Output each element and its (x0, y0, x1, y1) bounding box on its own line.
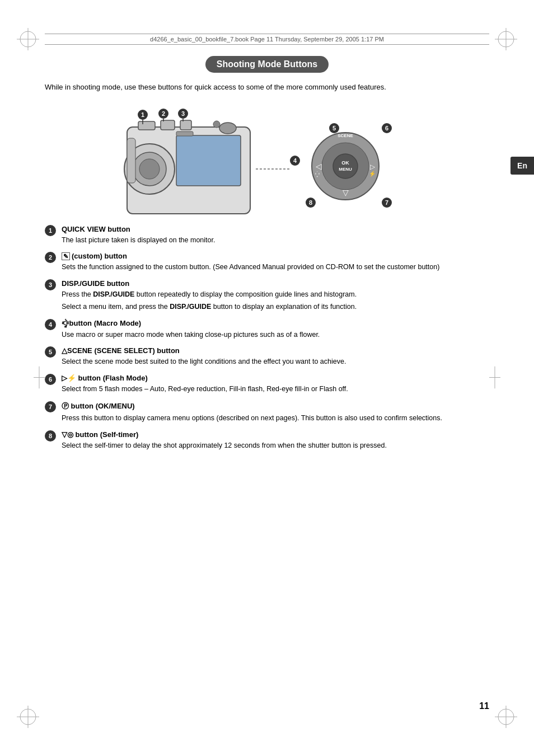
svg-point-25 (219, 123, 236, 134)
en-badge: En (510, 157, 534, 175)
svg-text:OK: OK (341, 160, 349, 166)
button-title-5: △SCENE (SCENE SELECT) button (62, 346, 489, 355)
corner-mark-bl (17, 706, 39, 728)
button-number-5: 5 (45, 346, 56, 358)
svg-text:5: 5 (332, 125, 336, 132)
svg-point-22 (139, 159, 160, 179)
corner-mark-tr (495, 28, 517, 50)
svg-rect-26 (127, 138, 135, 183)
button-desc-3a: Press the DISP./GUIDE button repeatedly … (62, 289, 489, 300)
svg-text:6: 6 (385, 125, 388, 132)
button-content-8: ▽◎ button (Self-timer) Select the self-t… (62, 430, 489, 451)
button-title-1: QUICK VIEW button (62, 225, 489, 233)
button-desc-6: Select from 5 flash modes – Auto, Red-ey… (62, 384, 489, 395)
button-item-6: 6 ▷⚡ button (Flash Mode) Select from 5 f… (45, 374, 489, 395)
svg-text:MENU: MENU (339, 167, 352, 172)
svg-rect-24 (176, 132, 193, 136)
button-title-8: ▽◎ button (Self-timer) (62, 430, 489, 439)
svg-text:4: 4 (293, 157, 297, 164)
svg-rect-17 (138, 121, 155, 130)
button-desc-3b: Select a menu item, and press the DISP./… (62, 302, 489, 312)
button-item-5: 5 △SCENE (SCENE SELECT) button Select th… (45, 346, 489, 367)
svg-text:2: 2 (162, 110, 165, 117)
button-number-6: 6 (45, 374, 56, 385)
button-content-3: DISP./GUIDE button Press the DISP./GUIDE… (62, 279, 489, 312)
svg-text:3: 3 (181, 110, 185, 117)
svg-point-27 (213, 121, 220, 128)
button-item-4: 4 ◁꙲ button (Macro Mode) Use macro or su… (45, 319, 489, 340)
file-info: d4266_e_basic_00_bookfile_7.book Page 11… (45, 34, 489, 45)
button-number-3: 3 (45, 279, 56, 290)
button-content-4: ◁꙲ button (Macro Mode) Use macro or supe… (62, 319, 489, 340)
svg-text:▷: ▷ (370, 163, 376, 171)
page-container: En d4266_e_basic_00_bookfile_7.book Page… (0, 0, 534, 756)
button-desc-1: The last picture taken is displayed on t… (62, 235, 489, 246)
button-content-1: QUICK VIEW button The last picture taken… (62, 225, 489, 246)
button-content-2: ✎(custom) button Sets the function assig… (62, 252, 489, 273)
svg-text:◁: ◁ (316, 162, 322, 171)
svg-text:8: 8 (309, 199, 312, 206)
button-item-8: 8 ▽◎ button (Self-timer) Select the self… (45, 430, 489, 451)
svg-rect-23 (176, 135, 241, 186)
svg-text:7: 7 (385, 199, 388, 206)
side-mark-left (34, 366, 45, 390)
camera-diagram: 1 2 3 OK MENU SCENE ◁ (45, 102, 489, 225)
button-number-2: 2 (45, 252, 56, 263)
button-number-7: 7 (45, 401, 56, 412)
button-item-2: 2 ✎(custom) button Sets the function ass… (45, 252, 489, 273)
svg-text:1: 1 (141, 111, 144, 118)
button-number-8: 8 (45, 430, 56, 442)
button-title-6: ▷⚡ button (Flash Mode) (62, 374, 489, 382)
button-desc-4: Use macro or super macro mode when takin… (62, 330, 489, 340)
button-title-4: ◁꙲ button (Macro Mode) (62, 319, 489, 328)
corner-mark-tl (17, 28, 39, 50)
side-mark-right (489, 366, 500, 390)
corner-mark-br (495, 706, 517, 728)
button-number-4: 4 (45, 319, 56, 330)
svg-text:▽: ▽ (343, 188, 349, 197)
button-title-7: Ⓟ button (OK/MENU) (62, 401, 489, 411)
button-desc-5: Select the scene mode best suited to the… (62, 356, 489, 367)
button-title-3: DISP./GUIDE button (62, 279, 489, 288)
button-list: 1 QUICK VIEW button The last picture tak… (45, 225, 489, 451)
button-item-7: 7 Ⓟ button (OK/MENU) Press this button t… (45, 401, 489, 424)
button-content-5: △SCENE (SCENE SELECT) button Select the … (62, 346, 489, 367)
custom-icon: ✎ (62, 252, 70, 260)
diagram-svg: 1 2 3 OK MENU SCENE ◁ (93, 105, 441, 222)
button-desc-2: Sets the function assigned to the custom… (62, 262, 489, 273)
button-content-6: ▷⚡ button (Flash Mode) Select from 5 fla… (62, 374, 489, 395)
section-title: Shooting Mode Buttons (205, 56, 329, 73)
button-number-1: 1 (45, 225, 56, 236)
button-desc-8: Select the self-timer to delay the shot … (62, 440, 489, 451)
button-desc-7: Press this button to display camera menu… (62, 413, 489, 424)
page-number: 11 (479, 701, 489, 711)
button-content-7: Ⓟ button (OK/MENU) Press this button to … (62, 401, 489, 424)
svg-text:⚡: ⚡ (369, 170, 376, 177)
svg-point-40 (333, 154, 358, 179)
svg-rect-19 (180, 120, 191, 130)
svg-text:SCENE: SCENE (338, 133, 353, 138)
button-item-1: 1 QUICK VIEW button The last picture tak… (45, 225, 489, 246)
button-title-2: ✎(custom) button (62, 252, 489, 260)
svg-rect-18 (161, 120, 175, 130)
button-item-3: 3 DISP./GUIDE button Press the DISP./GUI… (45, 279, 489, 312)
intro-text: While in shooting mode, use these button… (45, 82, 489, 93)
